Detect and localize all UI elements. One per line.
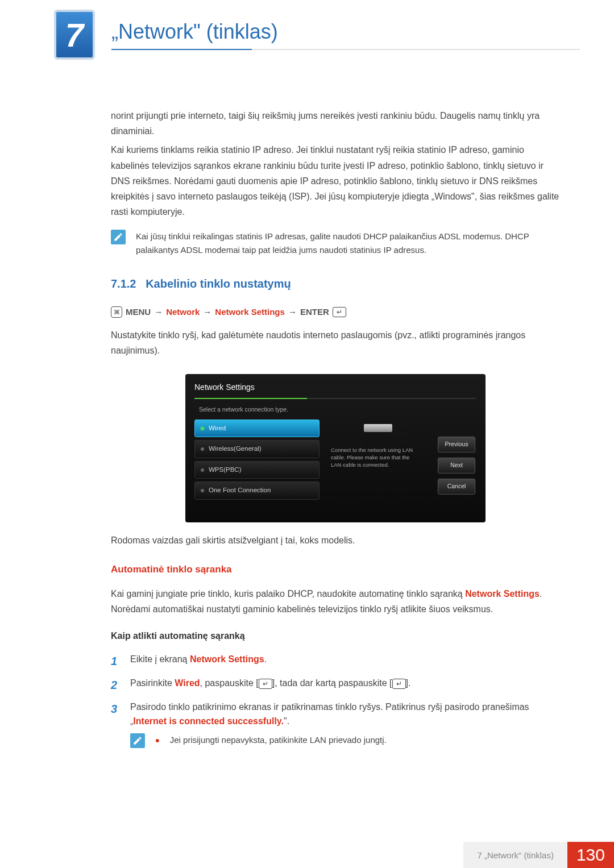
- text-fragment: ].: [406, 678, 411, 688]
- sub-note-text: Jei prisijungti nepavyksta, patikinkite …: [170, 733, 387, 748]
- section-title: Kabelinio tinklo nustatymų: [146, 277, 291, 290]
- text-fragment: Eikite į ekraną: [130, 654, 190, 664]
- enter-button-icon: ↵: [392, 679, 406, 689]
- auto-setup-heading: Automatinė tinklo sąranka: [111, 562, 560, 578]
- menu-label: MENU: [126, 305, 151, 319]
- radio-icon: [201, 468, 204, 472]
- enter-button-icon: ↵: [259, 679, 272, 689]
- pencil-note-icon: [111, 230, 126, 244]
- footer-chapter-label: 7 „Network" (tinklas): [463, 842, 567, 868]
- nav-network-settings: Network Settings: [215, 305, 285, 319]
- arrow-icon: →: [288, 305, 297, 319]
- note-text: Kai jūsų tinklui reikalingas statinis IP…: [136, 230, 560, 257]
- auto-setup-paragraph: Kai gaminį jungiate prie tinklo, kuris p…: [111, 586, 560, 617]
- osd-screenshot: Network Settings Select a network connec…: [185, 374, 486, 522]
- arrow-icon: →: [154, 305, 163, 319]
- text-fragment: , paspauskite [: [200, 678, 259, 688]
- osd-item-wps[interactable]: WPS(PBC): [194, 461, 320, 479]
- title-underline: [111, 49, 580, 50]
- cancel-button[interactable]: Cancel: [438, 479, 475, 495]
- osd-item-label: One Foot Connection: [209, 485, 271, 496]
- arrow-icon: →: [203, 305, 211, 319]
- osd-divider: [194, 398, 476, 399]
- osd-item-wired[interactable]: Wired: [194, 420, 320, 438]
- network-settings-ref: Network Settings: [465, 589, 540, 599]
- osd-item-label: WPS(PBC): [209, 464, 242, 476]
- text-fragment: Kai gaminį jungiate prie tinklo, kuris p…: [111, 589, 465, 599]
- osd-item-label: Wired: [209, 423, 226, 434]
- radio-selected-icon: [201, 427, 204, 430]
- howto-heading: Kaip atlikti automatinę sąranką: [111, 628, 560, 643]
- previous-button[interactable]: Previous: [438, 437, 475, 452]
- step-text: Pasirodo tinklo patikrinimo ekranas ir p…: [130, 700, 560, 748]
- wired-ref: Wired: [175, 678, 200, 688]
- text-fragment: Pasirinkite: [130, 678, 175, 688]
- osd-item-onefoot[interactable]: One Foot Connection: [194, 481, 320, 500]
- enter-button-icon: ↵: [333, 307, 346, 317]
- page-title: „Network" (tinklas): [111, 20, 278, 44]
- osd-option-list: Wired Wireless(General) WPS(PBC) One Foo…: [194, 420, 320, 500]
- osd-title: Network Settings: [194, 381, 476, 398]
- step-text: Eikite į ekraną Network Settings.: [130, 652, 560, 670]
- section-number: 7.1.2: [111, 277, 136, 290]
- enter-label: ENTER: [300, 305, 329, 319]
- section-paragraph: Nustatykite tinklo ryšį, kad galėtumėte …: [111, 327, 560, 358]
- menu-navigation-path: ⌘ MENU → Network → Network Settings → EN…: [111, 305, 560, 319]
- note-block: Kai jūsų tinklui reikalingas statinis IP…: [111, 230, 560, 257]
- section-heading: 7.1.2 Kabelinio tinklo nustatymų: [111, 274, 560, 293]
- step-text: Pasirinkite Wired, paspauskite [↵], tada…: [130, 676, 560, 694]
- success-message-ref: Internet is connected successfully.: [133, 716, 284, 726]
- page-footer: 7 „Network" (tinklas) 130: [463, 842, 614, 868]
- radio-icon: [201, 447, 204, 451]
- step-number: 2: [111, 676, 121, 694]
- text-fragment: .: [264, 654, 267, 664]
- osd-description: Connect to the network using LAN cable. …: [331, 447, 414, 468]
- osd-item-label: Wireless(General): [209, 443, 262, 455]
- intro-paragraph-2: Kai kuriems tinklams reikia statinio IP …: [111, 142, 560, 219]
- next-button[interactable]: Next: [438, 458, 475, 474]
- page-content: norint prijungti prie interneto, taigi š…: [111, 108, 560, 754]
- step-2: 2 Pasirinkite Wired, paspauskite [↵], ta…: [111, 676, 560, 694]
- network-settings-ref: Network Settings: [190, 654, 264, 664]
- text-fragment: ], tada dar kartą paspauskite [: [272, 678, 392, 688]
- step-number: 3: [111, 700, 121, 748]
- step-1: 1 Eikite į ekraną Network Settings.: [111, 652, 560, 670]
- pencil-note-icon: [130, 733, 145, 748]
- step-number: 1: [111, 652, 121, 670]
- chapter-number-badge: 7: [54, 10, 95, 60]
- osd-item-wireless[interactable]: Wireless(General): [194, 440, 320, 458]
- osd-caption: Rodomas vaizdas gali skirtis atsižvelgia…: [111, 533, 560, 548]
- intro-paragraph-1: norint prijungti prie interneto, taigi š…: [111, 108, 560, 139]
- menu-button-icon: ⌘: [111, 306, 122, 318]
- lan-port-icon: [364, 424, 392, 432]
- step-3: 3 Pasirodo tinklo patikrinimo ekranas ir…: [111, 700, 560, 748]
- nav-network: Network: [166, 305, 200, 319]
- bullet-icon: •: [155, 733, 160, 748]
- page-number: 130: [567, 842, 614, 868]
- sub-note: • Jei prisijungti nepavyksta, patikinkit…: [130, 733, 560, 748]
- radio-icon: [201, 489, 204, 492]
- osd-hint: Select a network connection type.: [199, 405, 476, 415]
- osd-button-group: Previous Next Cancel: [438, 437, 475, 495]
- text-fragment: ".: [284, 716, 289, 726]
